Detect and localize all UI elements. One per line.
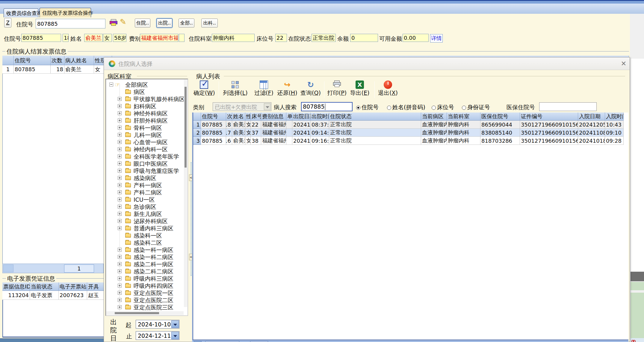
patient-grid-cell[interactable]: 818703286 (480, 137, 520, 145)
tree-item[interactable]: 亚定点医院二区 (106, 297, 182, 304)
patient-grid-cell[interactable]: 20241020 (292, 137, 311, 145)
patient-grid-cell[interactable]: 肿瘤内科 (447, 121, 480, 129)
settlement-col-header[interactable] (2, 56, 14, 65)
tree-item[interactable]: 甲状腺乳腺外科病区 (106, 95, 182, 103)
patient-grid-cell[interactable]: 865699044 (480, 121, 520, 129)
patient-grid-cell[interactable]: 17 (226, 129, 232, 137)
tree-expand-icon[interactable] (118, 197, 122, 201)
settlement-col-header[interactable]: 次数 (51, 56, 64, 65)
tree-horizontal-scrollbar[interactable] (106, 311, 184, 315)
settlement-cell[interactable]: 1 (2, 65, 14, 74)
tree-expand-icon[interactable] (118, 269, 122, 273)
restore-button[interactable]: ↪还原(H) (276, 80, 298, 100)
patient-grid-cell[interactable]: 2 (193, 129, 201, 137)
z-button[interactable]: Z (4, 18, 11, 28)
tree-expand-icon[interactable] (118, 118, 122, 122)
patient-grid-cell[interactable]: 俞美兰 (232, 129, 245, 137)
patient-grid-col-header[interactable]: 费别信息 (261, 113, 286, 121)
tree-item[interactable]: 呼吸与危重症医学 (106, 167, 182, 174)
patient-grid-col-header[interactable]: 住院号 (201, 113, 226, 121)
patient-grid-cell[interactable]: 350127196609101569 (520, 129, 578, 137)
tree-expand-icon[interactable] (118, 140, 122, 144)
tree-expand-icon[interactable] (118, 169, 122, 173)
date-from-picker[interactable]: 2024-10-10 (136, 320, 179, 329)
patient-grid-col-header[interactable]: 出院时间 (311, 113, 329, 121)
patient-grid-col-header[interactable]: 当前病区 (421, 113, 447, 121)
tree-expand-icon[interactable] (118, 248, 122, 252)
patient-grid-cell[interactable]: 肿瘤内科 (447, 137, 480, 145)
patient-grid-cell[interactable]: 20241211 (292, 121, 311, 129)
patient-grid-cell[interactable]: 血液肿瘤内 (421, 121, 447, 129)
patient-grid-cell[interactable]: 838085140 (480, 129, 520, 137)
tree-expand-icon[interactable] (118, 298, 122, 302)
dialog-title-bar[interactable]: 住院病人选择 ✕ (104, 57, 630, 70)
settlement-col-header[interactable]: 住院号 (14, 56, 51, 65)
tree-expand-icon[interactable] (118, 276, 122, 280)
tree-vscroll-thumb[interactable] (185, 87, 187, 168)
tree-expand-icon[interactable] (118, 212, 122, 216)
chevron-down-icon[interactable] (171, 332, 179, 339)
patient-grid-cell[interactable]: 血液肿瘤内 (421, 129, 447, 137)
patient-grid-cell[interactable]: 10:43 (605, 121, 624, 129)
patient-grid-cell[interactable]: 福建省福州市 (261, 121, 286, 129)
tree-item[interactable]: ☞全部病区 (106, 81, 182, 88)
tree-item[interactable]: 感染二科二病区 (106, 268, 182, 275)
tree-expand-icon[interactable] (118, 262, 122, 266)
search-mode-radio-3[interactable]: 床位号 (432, 104, 454, 110)
invoice-cell[interactable]: 2007623 (59, 291, 87, 300)
export-button[interactable]: X导出(E) (349, 80, 371, 100)
patient-grid-col-header[interactable]: 次 (226, 113, 232, 121)
tree-item[interactable]: 泌尿外科病区 (106, 218, 182, 225)
search-mode-radio-4[interactable]: 身份证号 (462, 104, 490, 110)
tree-item[interactable]: 眼口中医病区 (106, 160, 182, 167)
search-mode-radio-2[interactable]: 姓名(拼音码) (387, 104, 425, 110)
settlement-cell[interactable]: 18 (51, 65, 64, 74)
patient-grid-cell[interactable]: 38 (251, 137, 261, 145)
patient-grid-cell[interactable]: 20241108 (578, 129, 605, 137)
out-dept-button[interactable]: 出科.. (201, 19, 218, 28)
invoice-cell[interactable]: 赵玉 (87, 291, 105, 300)
chevron-down-icon[interactable] (171, 320, 179, 328)
settlement-cell[interactable]: 807885 (14, 65, 51, 74)
patient-grid-cell[interactable]: 福建省福州市 (261, 129, 286, 137)
tree-item[interactable]: 呼吸内科四病区 (106, 282, 182, 289)
page-number-box[interactable]: 1 (64, 265, 94, 273)
column-select-button[interactable]: 列选择(L) (221, 80, 250, 100)
invoice-col-header[interactable]: 开具 (87, 282, 105, 291)
tree-expand-icon[interactable] (118, 147, 122, 151)
tab-cashier-query[interactable]: 收费员综合查询 (4, 8, 38, 17)
tree-expand-icon[interactable] (118, 176, 122, 180)
patient-grid-cell[interactable]: 08:37:13 (311, 121, 329, 129)
patient-grid-cell[interactable]: 350127196609101569 (520, 137, 578, 145)
tree-item[interactable]: 骨科一病区 (106, 124, 182, 131)
patient-grid-cell[interactable] (286, 137, 292, 145)
patient-grid-cell[interactable]: 22 (251, 121, 261, 129)
tree-expand-icon[interactable] (118, 190, 122, 194)
patient-grid-col-header[interactable]: 床号 (251, 113, 261, 121)
patient-grid-col-header[interactable]: 证件编号 (520, 113, 578, 121)
tree-expand-icon[interactable] (118, 305, 122, 309)
tree-item[interactable]: 急诊病区 (106, 203, 182, 210)
settlement-col-header[interactable]: 病人姓名 (64, 56, 94, 65)
patient-grid-cell[interactable]: 正常出院 (329, 129, 421, 137)
patient-grid-col-header[interactable]: 性 (245, 113, 251, 121)
patient-grid-cell[interactable]: 女 (245, 129, 251, 137)
tree-item[interactable]: 呼吸内科三病区 (106, 275, 182, 282)
tree-item[interactable]: 产科一病区 (106, 182, 182, 189)
tree-expand-icon[interactable] (118, 255, 122, 259)
patient-grid-cell[interactable]: 3 (193, 137, 201, 145)
invoice-col-header[interactable]: 电子开票站 (59, 282, 87, 291)
patient-grid-cell[interactable]: 16 (226, 137, 232, 145)
patient-grid-col-header[interactable] (193, 113, 201, 121)
tree-item[interactable]: 儿科一病区 (106, 131, 182, 139)
tree-expand-icon[interactable] (118, 97, 122, 101)
patient-grid-cell[interactable] (286, 121, 292, 129)
patient-grid-cell[interactable]: 09:28 (605, 137, 624, 145)
tree-item[interactable]: 神经内科一区 (106, 146, 182, 153)
invoice-col-header[interactable]: 票据信息ID (2, 282, 30, 291)
tree-item[interactable]: 感染科一区 (106, 232, 182, 239)
patient-grid-col-header[interactable]: 住院状态 (329, 113, 421, 121)
patient-grid-cell[interactable]: 09:16:13 (311, 137, 329, 145)
tree-item[interactable]: 神经外科病区 (106, 110, 182, 117)
tree-expand-icon[interactable] (118, 104, 122, 108)
